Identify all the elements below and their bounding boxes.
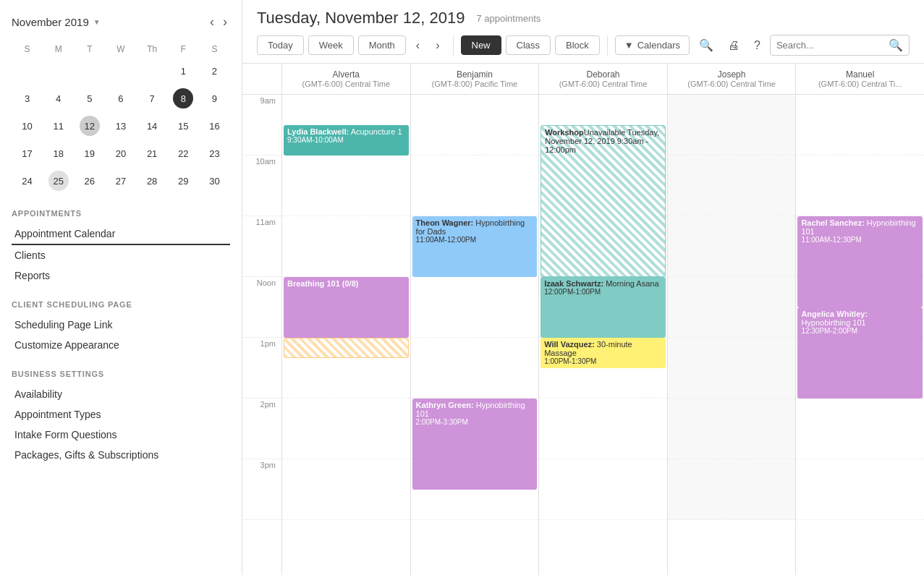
calendars-button[interactable]: ▼ Calendars (615, 35, 690, 55)
new-button[interactable]: New (461, 35, 501, 55)
sidebar-item-customize-appearance[interactable]: Customize Appearance (12, 335, 230, 355)
week-button[interactable]: Week (308, 35, 354, 55)
mini-cal-day[interactable]: 11 (43, 112, 74, 140)
slot[interactable] (668, 277, 796, 338)
month-dropdown-arrow[interactable]: ▼ (93, 18, 101, 26)
mini-cal-day[interactable]: 30 (199, 167, 230, 195)
event-alverta-hatch[interactable] (284, 338, 409, 358)
mini-cal-day[interactable]: 8 (168, 85, 199, 112)
mini-cal-next-button[interactable]: › (220, 12, 230, 33)
mini-cal-dow: W (105, 41, 136, 57)
mini-cal-day[interactable]: 22 (168, 140, 199, 167)
mini-cal-day[interactable]: 28 (137, 167, 168, 195)
class-button[interactable]: Class (506, 35, 551, 55)
slot[interactable] (796, 459, 924, 520)
sidebar-item-intake-form-questions[interactable]: Intake Form Questions (12, 425, 230, 445)
mini-cal-day[interactable]: 5 (74, 85, 105, 112)
slot[interactable] (668, 216, 796, 277)
mini-cal-day[interactable]: 6 (105, 85, 136, 112)
mini-cal-day[interactable]: 24 (12, 167, 43, 195)
sidebar-item-availability[interactable]: Availability (12, 384, 230, 404)
slot[interactable] (282, 399, 410, 459)
event-rachel-sanchez[interactable]: Rachel Sanchez: Hypnobirthing 10111:00AM… (797, 216, 923, 307)
event-kathryn-green[interactable]: Kathryn Green: Hypnobirthing 1012:00PM-3… (412, 399, 538, 490)
mini-cal-day[interactable]: 15 (168, 112, 199, 140)
slot[interactable] (411, 156, 539, 216)
sidebar-item-appointment-types[interactable]: Appointment Types (12, 404, 230, 425)
mini-cal-day[interactable]: 26 (74, 167, 105, 195)
slot[interactable] (411, 95, 539, 156)
event-will-vazquez[interactable]: Will Vazquez: 30-minute Massage1:00PM-1:… (541, 338, 666, 368)
slot[interactable] (668, 459, 796, 520)
help-button[interactable]: ? (749, 35, 766, 56)
event-angelica-whitley[interactable]: Angelica Whitley: Hypnobirthing 10112:30… (797, 307, 923, 399)
mini-cal-day[interactable]: 2 (199, 57, 230, 85)
calendar-title: Tuesday, November 12, 2019 (257, 9, 465, 27)
event-time: 2:00PM-3:30PM (416, 418, 534, 426)
mini-cal-day[interactable]: 12 (74, 112, 105, 140)
mini-cal-day[interactable]: 17 (12, 140, 43, 167)
mini-cal-day[interactable]: 1 (168, 57, 199, 85)
slot[interactable] (282, 459, 410, 520)
sidebar-item-scheduling-page-link[interactable]: Scheduling Page Link (12, 315, 230, 335)
sidebar-item-reports[interactable]: Reports (12, 265, 230, 286)
event-isaak-schwartz[interactable]: Izaak Schwartz: Morning Asana12:00PM-1:0… (541, 277, 666, 338)
next-button[interactable]: › (430, 36, 445, 55)
block-button[interactable]: Block (555, 35, 600, 55)
slot[interactable] (796, 156, 924, 216)
mini-cal-day[interactable]: 29 (168, 167, 199, 195)
mini-cal-day[interactable]: 27 (105, 167, 136, 195)
event-title: Workshop (545, 128, 584, 137)
toolbar-separator-2 (607, 35, 608, 56)
search-input[interactable] (776, 40, 884, 51)
event-lydia-blackwell[interactable]: Lydia Blackwell: Acupuncture 19:30AM-10:… (284, 125, 409, 156)
event-theon-wagner[interactable]: Theon Wagner: Hypnobirthing for Dads11:0… (412, 216, 538, 277)
business-settings-section-label: BUSINESS SETTINGS (12, 370, 230, 378)
slot[interactable] (411, 338, 539, 399)
prev-button[interactable]: ‹ (410, 36, 425, 55)
col-tz-joseph: (GMT-6:00) Central Time (671, 80, 793, 88)
mini-cal-day[interactable]: 25 (43, 167, 74, 195)
appointments-section-label: APPOINTMENTS (12, 209, 230, 218)
print-button[interactable]: 🖨 (723, 35, 745, 56)
slot[interactable] (668, 156, 796, 216)
zoom-button[interactable]: 🔍 (694, 35, 719, 56)
mini-cal-day[interactable]: 9 (199, 85, 230, 112)
mini-cal-day[interactable]: 14 (137, 112, 168, 140)
slot[interactable] (282, 216, 410, 277)
mini-cal-day[interactable]: 4 (43, 85, 74, 112)
slot[interactable] (796, 95, 924, 156)
sidebar-item-clients[interactable]: Clients (12, 245, 230, 265)
mini-cal-day[interactable]: 7 (137, 85, 168, 112)
slot[interactable] (539, 459, 667, 520)
mini-cal-day[interactable]: 18 (43, 140, 74, 167)
slot[interactable] (796, 399, 924, 459)
mini-cal-day[interactable]: 3 (12, 85, 43, 112)
mini-cal-prev-button[interactable]: ‹ (207, 12, 217, 33)
mini-cal-day[interactable]: 10 (12, 112, 43, 140)
slot[interactable] (282, 156, 410, 216)
mini-cal-day[interactable]: 21 (137, 140, 168, 167)
slot[interactable] (668, 338, 796, 399)
slot[interactable] (668, 399, 796, 459)
sidebar-item-packages-gifts-subscriptions[interactable]: Packages, Gifts & Subscriptions (12, 445, 230, 465)
col-name-benjamin: Benjamin (414, 69, 536, 80)
mini-cal-day[interactable]: 13 (105, 112, 136, 140)
event-breathing-101[interactable]: Breathing 101 (0/8) (284, 277, 409, 338)
slot[interactable] (411, 277, 539, 338)
mini-cal-day[interactable]: 23 (199, 140, 230, 167)
time-column: 9am10am11amNoon1pm2pm3pm (242, 95, 282, 575)
appointments-count: 7 appointments (476, 13, 541, 24)
mini-cal-day[interactable]: 16 (199, 112, 230, 140)
month-button[interactable]: Month (358, 35, 406, 55)
event-workshop-unavailable[interactable]: WorkshopUnavailable Tuesday, November 12… (541, 125, 666, 277)
slot[interactable] (668, 95, 796, 156)
today-button[interactable]: Today (257, 35, 304, 55)
mini-cal-day[interactable]: 20 (105, 140, 136, 167)
event-subtitle: Hypnobirthing 101 (801, 318, 865, 327)
sidebar-item-appointment-calendar[interactable]: Appointment Calendar (12, 223, 230, 245)
cal-col-joseph (668, 95, 797, 575)
slot[interactable] (539, 399, 667, 459)
time-slot-10am: 10am (242, 156, 281, 216)
mini-cal-day[interactable]: 19 (74, 140, 105, 167)
